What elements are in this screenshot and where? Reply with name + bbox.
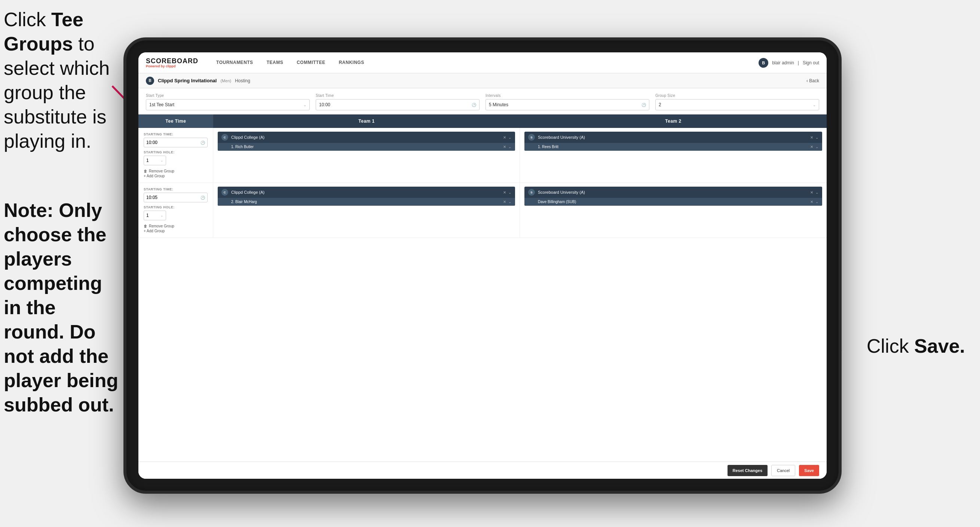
start-type-input[interactable]: 1st Tee Start ⌄ [146, 99, 310, 110]
cancel-button[interactable]: Cancel [771, 465, 795, 476]
add-group-btn-1[interactable]: + Add Group [144, 174, 208, 178]
group-1-team2: S Scoreboard University (A) ✕ ⌄ 1. Rees … [520, 128, 827, 183]
group-1-actions: 🗑 Remove Group + Add Group [144, 169, 208, 178]
nav-tournaments[interactable]: TOURNAMENTS [210, 53, 260, 73]
nav-committee[interactable]: COMMITTEE [290, 53, 332, 73]
player-close-icon-2-1-1[interactable]: ✕ [503, 200, 506, 204]
start-time-input[interactable]: 10:00 🕐 [316, 99, 479, 110]
main-content: Start Type 1st Tee Start ⌄ Start Time 10… [138, 88, 827, 462]
team-card-2-1[interactable]: C Clippd College (A) ✕ ⌄ 2. Blair McHarg [218, 187, 515, 206]
starting-hole-label-1: STARTING HOLE: [144, 150, 208, 154]
group-2-left: STARTING TIME: 10:05 🕐 STARTING HOLE: 1 … [138, 183, 213, 237]
player-expand-icon-2-1-1[interactable]: ⌄ [508, 200, 511, 204]
subheader: B Clippd Spring Invitational (Men) Hosti… [138, 73, 827, 88]
nav-links: TOURNAMENTS TEAMS COMMITTEE RANKINGS [210, 53, 759, 73]
group-2-actions: 🗑 Remove Group + Add Group [144, 224, 208, 233]
close-icon-2-2[interactable]: ✕ [810, 190, 813, 194]
player-controls-2-1-1: ✕ ⌄ [503, 200, 511, 204]
player-expand-icon-2-2-1[interactable]: ⌄ [815, 200, 818, 204]
team-name-2-1: Clippd College (A) [231, 190, 500, 194]
start-time-value: 10:00 [319, 102, 330, 107]
player-close-icon-1-1-1[interactable]: ✕ [503, 145, 506, 149]
start-time-clock-icon: 🕐 [472, 103, 476, 107]
start-config: Start Type 1st Tee Start ⌄ Start Time 10… [138, 88, 827, 115]
click-save-annotation: Click Save. [867, 335, 965, 357]
team-name-1-1: Clippd College (A) [231, 135, 500, 140]
annotation-click-text: Click [4, 9, 51, 30]
player-controls-1-2-1: ✕ ⌄ [810, 145, 818, 149]
team-controls-2-1: ✕ ⌄ [503, 190, 511, 194]
add-group-label-1: + Add Group [144, 174, 165, 178]
nav-teams[interactable]: TEAMS [260, 53, 290, 73]
starting-time-label-2: STARTING TIME: [144, 187, 208, 191]
expand-icon-1-2[interactable]: ⌄ [815, 135, 818, 140]
remove-group-btn-2[interactable]: 🗑 Remove Group [144, 224, 208, 228]
hole-arrow-icon-1: ⌄ [161, 159, 164, 162]
starting-time-input-2[interactable]: 10:05 🕐 [144, 193, 208, 202]
starting-hole-input-2[interactable]: 1 ⌄ [144, 210, 166, 220]
reset-changes-button[interactable]: Reset Changes [727, 465, 768, 476]
player-row-1-2-1: 1. Rees Britt ✕ ⌄ [524, 143, 822, 151]
start-time-label: Start Time [316, 94, 479, 98]
expand-icon-2-1[interactable]: ⌄ [508, 190, 511, 194]
starting-time-val-1: 10:00 [146, 140, 158, 145]
team1-header: Team 1 [213, 115, 520, 128]
team-card-header-2-2: S Scoreboard University (A) ✕ ⌄ [524, 187, 822, 198]
close-icon-1-1[interactable]: ✕ [503, 135, 506, 140]
nav-right: B blair admin | Sign out [759, 58, 819, 68]
team-card-1-1[interactable]: C Clippd College (A) ✕ ⌄ 1. Rich Butler [218, 132, 515, 151]
team-name-2-2: Scoreboard University (A) [538, 190, 807, 194]
player-name-1-2-1: 1. Rees Britt [538, 145, 558, 149]
logo-powered-text: Powered by [146, 64, 166, 68]
player-row-2-1-1: 2. Blair McHarg ✕ ⌄ [218, 198, 515, 206]
starting-hole-val-1: 1 [146, 158, 149, 163]
starting-time-input-1[interactable]: 10:00 🕐 [144, 138, 208, 147]
expand-icon-2-2[interactable]: ⌄ [815, 190, 818, 194]
close-icon-2-1[interactable]: ✕ [503, 190, 506, 194]
player-expand-icon-1-1-1[interactable]: ⌄ [508, 145, 511, 149]
group-size-label: Group Size [655, 94, 819, 98]
note-prefix: Note: [4, 199, 59, 221]
starting-time-val-2: 10:05 [146, 195, 158, 200]
group-2-team1: C Clippd College (A) ✕ ⌄ 2. Blair McHarg [213, 183, 520, 237]
time-clock-icon-1: 🕐 [200, 141, 205, 145]
group-size-input[interactable]: 2 ⌄ [655, 99, 819, 110]
tablet-screen: SCOREBOARD Powered by clippd TOURNAMENTS… [138, 53, 827, 479]
add-group-btn-2[interactable]: + Add Group [144, 229, 208, 233]
back-button[interactable]: ‹ Back [807, 78, 819, 83]
team-card-1-2[interactable]: S Scoreboard University (A) ✕ ⌄ 1. Rees … [524, 132, 822, 151]
sign-out-link[interactable]: Sign out [803, 60, 819, 65]
start-type-arrow-icon: ⌄ [303, 103, 306, 107]
player-close-icon-1-2-1[interactable]: ✕ [810, 145, 813, 149]
player-name-2-2-1: Dave Billingham (SUB) [538, 200, 576, 204]
intervals-value: 5 Minutes [489, 102, 508, 107]
group-size-field: Group Size 2 ⌄ [655, 94, 819, 110]
intervals-clock-icon: 🕐 [641, 103, 646, 107]
player-close-icon-2-2-1[interactable]: ✕ [810, 200, 813, 204]
note-bold: Only choose the players competing in the… [4, 199, 118, 416]
intervals-input[interactable]: 5 Minutes 🕐 [485, 99, 649, 110]
team-controls-1-1: ✕ ⌄ [503, 135, 511, 140]
player-expand-icon-1-2-1[interactable]: ⌄ [815, 145, 818, 149]
remove-group-btn-1[interactable]: 🗑 Remove Group [144, 169, 208, 173]
top-left-annotation: Click Tee Groups to select which group t… [4, 8, 120, 153]
team-avatar-2-1: C [221, 189, 228, 196]
remove-group-label-1: Remove Group [149, 169, 174, 173]
starting-hole-input-1[interactable]: 1 ⌄ [144, 156, 166, 165]
group-1-team1: C Clippd College (A) ✕ ⌄ 1. Rich Butler [213, 128, 520, 183]
team-avatar-1-2: S [528, 134, 535, 141]
save-button[interactable]: Save [799, 465, 819, 476]
close-icon-1-2[interactable]: ✕ [810, 135, 813, 140]
nav-rankings[interactable]: RANKINGS [332, 53, 371, 73]
player-controls-2-2-1: ✕ ⌄ [810, 200, 818, 204]
add-group-label-2: + Add Group [144, 229, 165, 233]
expand-icon-1-1[interactable]: ⌄ [508, 135, 511, 140]
intervals-label: Intervals [485, 94, 649, 98]
bottom-bar: Reset Changes Cancel Save [138, 462, 827, 479]
team-card-2-2[interactable]: S Scoreboard University (A) ✕ ⌄ Dave Bil… [524, 187, 822, 206]
starting-hole-label-2: STARTING HOLE: [144, 205, 208, 209]
player-controls-1-1-1: ✕ ⌄ [503, 145, 511, 149]
tournament-gender: (Men) [220, 78, 231, 83]
group-row: STARTING TIME: 10:00 🕐 STARTING HOLE: 1 … [138, 128, 827, 183]
note-annotation: Note: Only choose the players competing … [4, 198, 120, 417]
